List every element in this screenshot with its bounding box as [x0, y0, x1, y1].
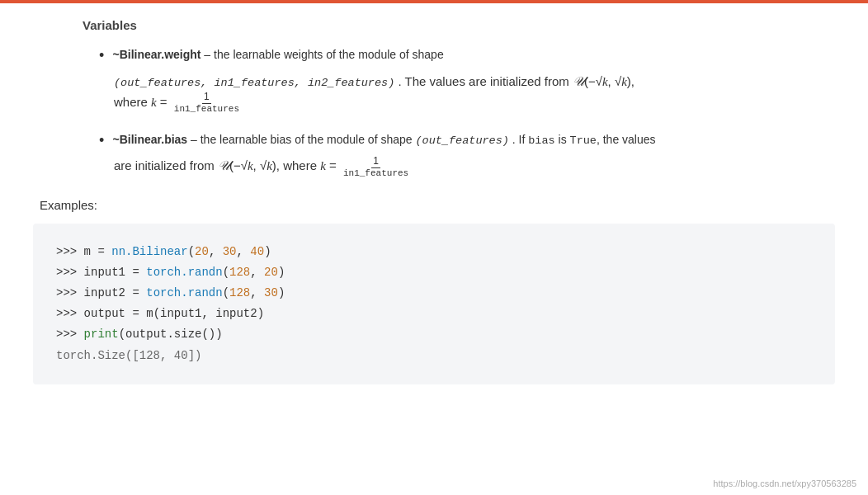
- bias-k1: k: [248, 159, 253, 172]
- code-print-args: (output.size()): [119, 328, 223, 341]
- code-20: 20: [195, 245, 209, 258]
- weight-fraction-num: 1: [202, 92, 211, 103]
- bullet-bias: •: [99, 129, 104, 153]
- code-torch-randn-2: torch.randn: [146, 286, 222, 299]
- code-line-4: >>> output = m(input1, input2): [56, 304, 812, 324]
- bias-fraction-num: 1: [371, 156, 380, 167]
- weight-param-name: ~Bilinear.weight: [112, 48, 200, 61]
- code-line-1: >>> m = nn.Bilinear(20, 30, 40): [56, 242, 812, 262]
- bias-where: where k =: [283, 158, 340, 172]
- code-128-2: 128: [229, 286, 250, 299]
- code-nn-bilinear: nn.Bilinear: [111, 245, 187, 258]
- variable-bias: • ~Bilinear.bias – the learnable bias of…: [99, 129, 835, 178]
- bias-fraction-den: in1_features: [342, 168, 410, 178]
- weight-fraction-den: in1_features: [172, 104, 241, 114]
- prompt-4: >>>: [56, 307, 84, 320]
- bias-param-desc: ~Bilinear.bias – the learnable bias of t…: [112, 133, 655, 146]
- weight-desc-mid: . The values are initialized from 𝒰(−√k,…: [398, 74, 634, 88]
- bias-desc-before: – the learnable bias of the module of sh…: [191, 133, 415, 146]
- weight-k1: k: [602, 75, 608, 88]
- prompt-1: >>>: [56, 245, 84, 258]
- weight-math-u: 𝒰: [573, 74, 584, 88]
- code-torch-randn-1: torch.randn: [146, 266, 222, 279]
- code-30: 30: [223, 245, 237, 258]
- bias-param-name: ~Bilinear.bias: [112, 133, 187, 146]
- watermark: https://blog.csdn.net/xpy370563285: [713, 478, 856, 488]
- code-line-2: >>> input1 = torch.randn(128, 20): [56, 262, 812, 283]
- examples-label: Examples:: [33, 198, 835, 212]
- code-output: output = m(input1, input2): [84, 307, 264, 320]
- code-20-2: 20: [264, 266, 278, 279]
- weight-shape: (out_features, in1_features, in2_feature…: [114, 77, 394, 89]
- weight-k2: k: [621, 75, 627, 88]
- bias-code-true: True: [570, 134, 597, 147]
- bias-fraction: 1 in1_features: [342, 156, 410, 177]
- section-title: Variables: [33, 18, 835, 32]
- code-input1: input1 = torch.randn(128, 20): [84, 266, 285, 279]
- prompt-2: >>>: [56, 266, 84, 279]
- weight-k-var: k: [151, 96, 157, 109]
- bias-code-bias: bias: [528, 134, 554, 147]
- bias-shape: (out_features): [415, 134, 508, 147]
- weight-math-block: (out_features, in1_features, in2_feature…: [114, 71, 835, 114]
- bias-desc-mid: . If bias is True, the values: [512, 133, 656, 146]
- bias-are-init: are initialized from 𝒰(−√k, √k),: [114, 158, 280, 172]
- page-container: Variables • ~Bilinear.weight – the learn…: [0, 0, 868, 495]
- code-line-5: >>> print(output.size()): [56, 324, 812, 345]
- bias-math-u: 𝒰: [218, 158, 229, 172]
- bias-k-var: k: [320, 159, 326, 172]
- weight-where: where k =: [114, 95, 171, 109]
- weight-fraction: 1 in1_features: [172, 92, 241, 113]
- bias-math-block: are initialized from 𝒰(−√k, √k), where k…: [114, 155, 835, 177]
- prompt-3: >>>: [56, 286, 84, 299]
- prompt-5: >>>: [56, 328, 84, 341]
- examples-section: Examples: >>> m = nn.Bilinear(20, 30, 40…: [33, 198, 835, 384]
- variable-weight: • ~Bilinear.weight – the learnable weigh…: [99, 44, 835, 114]
- variables-list: • ~Bilinear.weight – the learnable weigh…: [99, 44, 835, 178]
- code-result-line: torch.Size([128, 40]): [56, 346, 812, 366]
- code-line-3: >>> input2 = torch.randn(128, 30): [56, 283, 812, 304]
- code-40: 40: [250, 245, 264, 258]
- code-30-2: 30: [264, 286, 278, 299]
- weight-desc-before: – the learnable weights of the module of…: [204, 48, 443, 61]
- code-block: >>> m = nn.Bilinear(20, 30, 40) >>> inpu…: [33, 224, 835, 384]
- bullet-weight: •: [99, 44, 104, 68]
- bias-k2: k: [267, 159, 272, 172]
- code-input2: input2 = torch.randn(128, 30): [84, 286, 285, 299]
- weight-param-desc: ~Bilinear.weight – the learnable weights…: [112, 48, 443, 61]
- code-128-1: 128: [229, 266, 250, 279]
- code-print: print: [84, 328, 119, 341]
- content-area: Variables • ~Bilinear.weight – the learn…: [0, 3, 868, 401]
- code-m: m = nn.Bilinear(20, 30, 40): [84, 245, 271, 258]
